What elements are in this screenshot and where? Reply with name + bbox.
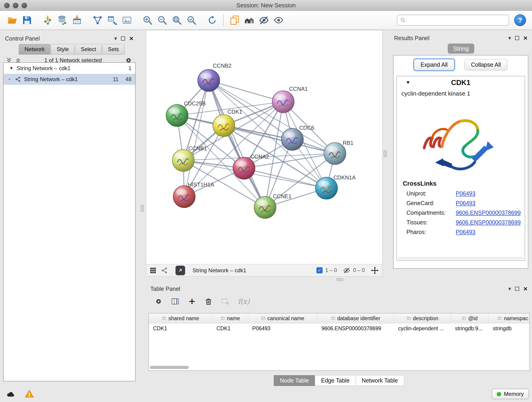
pharos-link[interactable]: P06493 (456, 229, 475, 235)
tab-network[interactable]: Network (19, 44, 51, 55)
import-table-button[interactable] (70, 13, 84, 27)
float-panel-icon[interactable]: ▾ (508, 286, 511, 292)
warnings-button[interactable] (23, 389, 36, 399)
save-session-button[interactable] (20, 13, 34, 27)
expand-all-button[interactable]: Expand All (414, 59, 454, 70)
tissues-link[interactable]: 9606.ENSP00000378699 (456, 219, 521, 226)
network-collection-row[interactable]: ▼ String Network – cdk1 1 (4, 63, 135, 74)
session-home-button[interactable] (242, 13, 257, 27)
maximize-panel-icon[interactable] (515, 36, 519, 40)
add-row-plus-icon[interactable] (188, 297, 196, 306)
tab-select[interactable]: Select (75, 44, 102, 55)
genecard-link[interactable]: P06493 (456, 200, 475, 206)
cell-shared-name[interactable]: CDK1 (149, 323, 212, 333)
collapse-all-button[interactable]: Collapse All (464, 59, 508, 70)
close-panel-icon[interactable]: × (129, 35, 133, 42)
gear-icon[interactable] (154, 297, 163, 306)
float-panel-icon[interactable]: ▾ (508, 35, 511, 41)
network-node-count: 11 (113, 76, 119, 83)
selected-checkbox-icon[interactable]: ✓ (317, 267, 323, 274)
open-session-button[interactable] (5, 13, 20, 27)
cell-canonical-name[interactable]: P06493 (248, 323, 317, 333)
string-tab[interactable]: String (448, 44, 474, 54)
panel-resize-handle[interactable] (141, 205, 144, 212)
column-type-icon (162, 316, 167, 321)
search-box[interactable] (397, 15, 509, 26)
maximize-panel-icon[interactable] (515, 287, 519, 291)
network-node-HIST1H1A[interactable] (173, 186, 195, 208)
zoom-selected-button[interactable] (184, 13, 199, 27)
network-node-CCNE1[interactable] (254, 196, 276, 218)
memory-button[interactable]: Memory (492, 389, 529, 399)
column-header-description[interactable]: description (394, 313, 451, 323)
network-node-CCNA1[interactable] (272, 91, 294, 113)
cell-name[interactable]: CDK1 (212, 323, 248, 333)
column-header-shared-name[interactable]: shared name (149, 313, 212, 323)
panel-resize-handle[interactable] (384, 150, 387, 157)
column-header-database-identifier[interactable]: database identifier (317, 313, 394, 323)
new-network-button[interactable] (90, 13, 105, 27)
card-expander-icon[interactable]: ▼ (405, 80, 411, 85)
network-row-selected[interactable]: • String Network – cdk1 11 48 (4, 74, 135, 85)
cell-description[interactable]: cyclin-dependent ... (394, 323, 451, 333)
tab-sets[interactable]: Sets (102, 44, 125, 55)
cloud-sync-button[interactable] (4, 389, 17, 399)
zoom-in-button[interactable] (140, 13, 155, 27)
zoom-fit-button[interactable] (170, 13, 184, 27)
tab-network-table[interactable]: Network Table (355, 375, 404, 386)
tab-node-table[interactable]: Node Table (274, 375, 315, 386)
network-node-CDC25B[interactable] (166, 104, 188, 127)
search-input[interactable] (408, 17, 506, 24)
overview-share-icon[interactable] (161, 267, 168, 274)
hide-selected-button[interactable] (257, 13, 271, 27)
expander-triangle-icon[interactable]: ▼ (9, 66, 13, 71)
import-network-file-button[interactable] (40, 13, 55, 27)
tab-edge-table[interactable]: Edge Table (315, 375, 356, 386)
network-edge-CCNA2-CDKN1A[interactable] (244, 168, 326, 188)
tab-style[interactable]: Style (51, 44, 75, 55)
external-link-icon (177, 268, 183, 274)
open-external-button[interactable] (176, 266, 185, 275)
maximize-panel-icon[interactable] (121, 36, 125, 41)
float-panel-icon[interactable]: ▾ (114, 36, 117, 41)
show-all-button[interactable] (271, 13, 286, 27)
close-panel-icon[interactable]: × (523, 285, 527, 292)
network-graph[interactable]: CCNB2CCNA1CDC25BCDK1CDC6RB1CCNB1CCNA2CDK… (146, 30, 382, 264)
move-crosshair-icon[interactable] (371, 266, 379, 274)
card-scrollbar[interactable] (398, 257, 523, 259)
import-network-database-button[interactable] (55, 13, 70, 27)
panel-resize-handle[interactable] (336, 278, 343, 281)
uniprot-link[interactable]: P06493 (456, 190, 475, 197)
column-header-name[interactable]: name (212, 313, 248, 323)
network-edge-CCNB2-HIST1H1A[interactable] (184, 80, 209, 197)
trash-icon[interactable] (204, 297, 213, 306)
network-tree: ▼ String Network – cdk1 1 • String Netwo… (3, 62, 136, 381)
column-header-namespace[interactable]: namespac (489, 313, 530, 323)
duplicate-network-button[interactable] (227, 13, 242, 27)
function-builder-button[interactable]: f(x) (238, 298, 249, 306)
crosslinks-title: CrossLinks (403, 180, 525, 187)
column-header-canonical-name[interactable]: canonical name (248, 313, 317, 323)
zoom-out-button[interactable] (155, 13, 170, 27)
horizontal-scrollbar-thumb[interactable] (150, 366, 189, 369)
compartments-link[interactable]: 9606.ENSP00000378699 (456, 210, 521, 216)
close-panel-icon[interactable]: × (523, 35, 527, 41)
network-edge-CCNB2-CCNE1[interactable] (209, 80, 265, 207)
cell-id[interactable]: stringdb:9... (451, 323, 489, 333)
cell-namespace[interactable]: stringdb (489, 323, 530, 333)
cell-database-identifier[interactable]: 9606.ENSP00000378699 (317, 323, 394, 333)
network-node-CDK1[interactable] (213, 115, 235, 137)
network-node-CCNB2[interactable] (198, 70, 220, 91)
export-image-button[interactable] (120, 13, 134, 27)
network-node-CCNB1[interactable] (172, 149, 194, 172)
insert-column-icon[interactable] (171, 297, 180, 306)
refresh-view-button[interactable] (205, 13, 220, 27)
window-title: Session: New Session (0, 0, 532, 11)
column-header-id[interactable]: @id (451, 313, 489, 323)
network-node-CCNA2[interactable] (233, 157, 255, 179)
network-from-table-button[interactable] (105, 13, 120, 27)
table-row[interactable]: CDK1 CDK1 P06493 9606.ENSP00000378699 cy… (149, 323, 529, 333)
grid-view-icon[interactable] (149, 267, 157, 274)
help-button[interactable]: ? (514, 14, 526, 26)
network-node-CDC6[interactable] (281, 128, 303, 150)
